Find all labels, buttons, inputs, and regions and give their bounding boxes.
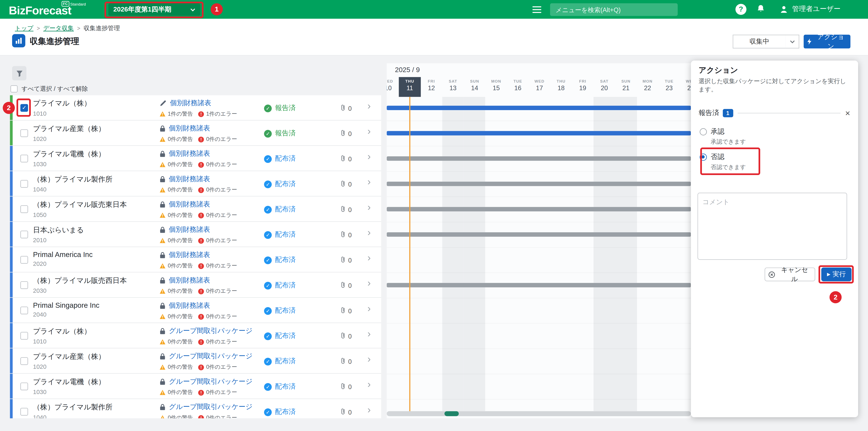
package-link[interactable]: 個別財務諸表: [169, 149, 210, 159]
table-row[interactable]: プライマル電機（株）1030個別財務諸表0件の警告0件のエラー✓配布済0›: [10, 146, 381, 171]
attachment-count[interactable]: 0: [340, 129, 352, 139]
hamburger-menu-icon[interactable]: [532, 5, 542, 13]
gantt-bar[interactable]: [387, 207, 691, 211]
table-row[interactable]: プライマル産業（株）1020グループ間取引パッケージ0件の警告0件のエラー✓配布…: [10, 348, 381, 374]
status-filter-select[interactable]: 収集中: [733, 35, 786, 49]
package-link[interactable]: グループ間取引パッケージ: [169, 402, 252, 412]
row-expand-chevron[interactable]: ›: [368, 404, 371, 415]
brand-logo[interactable]: FC Standard BizForecast: [9, 1, 102, 17]
row-checkbox[interactable]: [20, 155, 28, 163]
table-row[interactable]: プライマル（株）1010グループ間取引パッケージ0件の警告0件のエラー✓配布済0…: [10, 323, 381, 348]
cancel-button[interactable]: キャンセル: [765, 267, 815, 281]
row-checkbox[interactable]: [20, 332, 28, 340]
select-all-checkbox[interactable]: [10, 85, 18, 92]
attachment-count[interactable]: 0: [340, 205, 352, 215]
table-row[interactable]: （株）プライマル販売西日本2030個別財務諸表0件の警告0件のエラー✓配布済0›: [10, 272, 381, 298]
row-checkbox[interactable]: [20, 281, 28, 289]
package-link[interactable]: 個別財務諸表: [170, 98, 211, 108]
action-button[interactable]: アクション: [804, 35, 850, 49]
comment-textarea[interactable]: [698, 193, 847, 260]
attachment-count[interactable]: 0: [340, 255, 352, 265]
attachment-count[interactable]: 0: [340, 104, 352, 113]
table-row[interactable]: プライマル産業（株）1020個別財務諸表0件の警告0件のエラー✓報告済0›: [10, 121, 381, 146]
breadcrumb-link-top[interactable]: トップ: [15, 24, 33, 32]
table-row[interactable]: （株）プライマル製作所1040個別財務諸表0件の警告0件のエラー✓配布済0›: [10, 171, 381, 196]
package-link[interactable]: 個別財務諸表: [169, 251, 210, 260]
period-selector[interactable]: 2026年度第1四半期: [108, 3, 200, 16]
attachment-count[interactable]: 0: [340, 407, 352, 417]
menu-search-input[interactable]: [550, 3, 678, 16]
row-checkbox[interactable]: [20, 256, 28, 264]
reject-radio[interactable]: [700, 154, 707, 161]
row-checkbox[interactable]: [20, 205, 28, 213]
row-checkbox[interactable]: [20, 180, 28, 188]
table-row[interactable]: ✓プライマル（株）1010個別財務諸表1件の警告1件のエラー✓報告済0›: [10, 95, 381, 121]
attachment-count[interactable]: 0: [340, 154, 352, 164]
package-link[interactable]: グループ間取引パッケージ: [169, 377, 252, 386]
run-button[interactable]: ▶ 実行: [821, 267, 851, 281]
table-row[interactable]: （株）プライマル製作所1040グループ間取引パッケージ0件の警告0件のエラー✓配…: [10, 399, 381, 419]
filter-button[interactable]: [12, 66, 27, 81]
error-count: 0件のエラー: [206, 262, 237, 270]
notification-bell-icon[interactable]: [757, 4, 765, 15]
row-expand-chevron[interactable]: ›: [368, 379, 371, 390]
row-expand-chevron[interactable]: ›: [368, 176, 371, 188]
status-filter-chevron[interactable]: [785, 35, 799, 49]
attachment-count[interactable]: 0: [340, 356, 352, 367]
approve-radio[interactable]: [700, 128, 707, 135]
gantt-bar[interactable]: [387, 181, 691, 186]
breadcrumb-link-data-collection[interactable]: データ収集: [43, 24, 74, 32]
horizontal-scrollbar[interactable]: [387, 411, 691, 416]
gantt-bar[interactable]: [387, 283, 691, 287]
row-expand-chevron[interactable]: ›: [368, 353, 371, 365]
user-menu[interactable]: 管理者ユーザー: [779, 4, 841, 14]
gantt-bar[interactable]: [387, 106, 691, 110]
row-checkbox[interactable]: [20, 357, 28, 365]
row-checkbox[interactable]: [20, 382, 28, 390]
package-link[interactable]: 個別財務諸表: [169, 200, 210, 209]
row-expand-chevron[interactable]: ›: [368, 227, 371, 238]
gantt-bar[interactable]: [387, 131, 691, 135]
gantt-bar[interactable]: [387, 156, 691, 161]
scrollbar-thumb[interactable]: [444, 411, 459, 416]
row-checkbox[interactable]: [20, 231, 28, 238]
table-row[interactable]: Primal America Inc2020個別財務諸表0件の警告0件のエラー✓…: [10, 247, 381, 272]
row-expand-chevron[interactable]: ›: [368, 202, 371, 213]
attachment-count[interactable]: 0: [340, 306, 352, 316]
package-link[interactable]: グループ間取引パッケージ: [169, 352, 252, 361]
table-row[interactable]: （株）プライマル販売東日本1050個別財務諸表0件の警告0件のエラー✓配布済0›: [10, 197, 381, 222]
row-expand-chevron[interactable]: ›: [368, 125, 371, 137]
row-expand-chevron[interactable]: ›: [368, 277, 371, 289]
package-link[interactable]: 個別財務諸表: [169, 174, 210, 184]
row-expand-chevron[interactable]: ›: [368, 303, 371, 314]
package-link[interactable]: 個別財務諸表: [169, 276, 210, 285]
row-expand-chevron[interactable]: ›: [368, 328, 371, 340]
attachment-count[interactable]: 0: [340, 230, 352, 240]
table-row[interactable]: 日本ぷらいまる2010個別財務諸表0件の警告0件のエラー✓配布済0›: [10, 222, 381, 247]
row-expand-chevron[interactable]: ›: [368, 252, 371, 264]
table-row[interactable]: プライマル電機（株）1030グループ間取引パッケージ0件の警告0件のエラー✓配布…: [10, 374, 381, 399]
reject-option[interactable]: 否認 否認できます: [700, 152, 746, 171]
row-checkbox[interactable]: [20, 408, 28, 415]
package-link[interactable]: グループ間取引パッケージ: [169, 326, 252, 336]
attachment-count[interactable]: 0: [340, 332, 352, 341]
package-link[interactable]: 個別財務諸表: [169, 301, 210, 311]
row-checkbox[interactable]: [20, 307, 28, 314]
gantt-bar[interactable]: [387, 232, 691, 237]
select-all-control[interactable]: すべて選択 / すべて解除: [10, 85, 88, 93]
paperclip-icon: [340, 356, 346, 367]
approve-option[interactable]: 承認 承認できます: [700, 127, 746, 146]
row-expand-chevron[interactable]: ›: [368, 151, 371, 162]
table-row[interactable]: Primal Singapore Inc2040個別財務諸表0件の警告0件のエラ…: [10, 298, 381, 323]
help-icon[interactable]: ?: [735, 4, 746, 15]
bar-chart-icon: [15, 37, 23, 45]
close-icon[interactable]: ✕: [845, 109, 850, 117]
row-checkbox[interactable]: ✓: [20, 104, 28, 112]
row-expand-chevron[interactable]: ›: [368, 100, 371, 112]
row-checkbox[interactable]: [20, 130, 28, 137]
package-link[interactable]: 個別財務諸表: [169, 124, 210, 133]
attachment-count[interactable]: 0: [340, 179, 352, 189]
package-link[interactable]: 個別財務諸表: [169, 225, 210, 235]
attachment-count[interactable]: 0: [340, 382, 352, 392]
attachment-count[interactable]: 0: [340, 281, 352, 290]
